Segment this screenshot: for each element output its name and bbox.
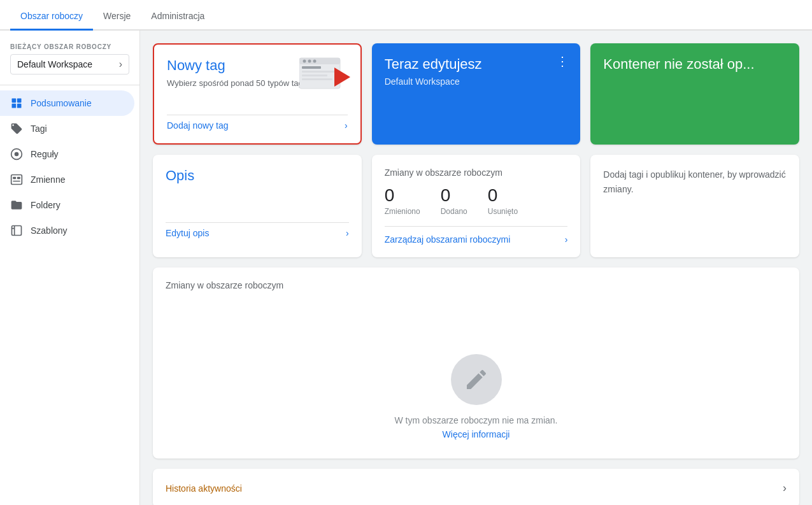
chevron-right-icon: › [119,59,122,70]
chevron-right-icon: › [346,228,349,238]
workspace-changes-card: Zmiany w obszarze roboczym 0 Zmieniono 0… [372,155,581,257]
chevron-right-icon: › [345,120,348,131]
workspace-changes-label: Zmiany w obszarze roboczym [385,167,568,178]
sidebar-divider [0,85,139,85]
added-number: 0 [441,185,467,206]
chevron-right-icon: › [565,234,568,245]
svg-rect-7 [13,177,16,179]
sidebar-item-reguly[interactable]: Reguły [0,141,134,167]
svg-rect-1 [17,99,22,103]
workspace-name: Default Workspace [17,59,92,69]
edit-description-label: Edytuj opis [166,228,209,238]
sidebar-item-label: Foldery [31,200,61,210]
folder-icon [10,199,23,211]
container-desc-card: Dodaj tagi i opublikuj kontener, by wpro… [590,155,799,257]
top-navigation: Obszar roboczy Wersje Administracja [0,0,812,31]
svg-rect-8 [17,177,20,179]
sidebar-item-label: Tagi [31,124,47,134]
changes-section-title: Zmiany w obszarze roboczym [166,280,787,290]
svg-rect-2 [12,104,17,108]
sidebar-item-label: Podsumowanie [31,98,92,108]
tab-administracja[interactable]: Administracja [141,3,215,31]
workspace-selector[interactable]: Default Workspace › [10,54,129,75]
description-title: Opis [166,167,349,184]
container-desc-text: Dodaj tagi i opublikuj kontener, by wpro… [603,167,787,196]
add-tag-label: Dodaj nowy tag [167,120,229,131]
edit-icon [464,367,489,392]
svg-rect-3 [17,104,22,108]
top-cards-row: Nowy tag Wybierz spośród ponad 50 typów … [153,43,799,145]
editing-title: Teraz edytujesz [385,56,568,73]
svg-rect-6 [11,175,22,185]
svg-rect-16 [302,66,321,69]
history-title: Historia aktywności [166,483,242,494]
svg-rect-18 [302,75,327,76]
more-options-icon[interactable]: ⋮ [556,53,570,69]
sidebar-item-label: Szablony [31,225,68,236]
svg-rect-17 [302,71,338,73]
empty-state: W tym obszarze roboczym nie ma zmian. Wi… [153,341,799,459]
sidebar-item-foldery[interactable]: Foldery [0,192,134,218]
workspace-label: BIEŻĄCY OBSZAR ROBOCZY [10,43,129,50]
workspace-section: BIEŻĄCY OBSZAR ROBOCZY Default Workspace… [0,36,139,80]
tab-wersje[interactable]: Wersje [93,3,141,31]
templates-icon [10,224,23,237]
svg-point-14 [308,60,311,63]
container-title: Kontener nie został op... [603,56,787,73]
added-stat: 0 Dodano [441,185,467,216]
main-layout: BIEŻĄCY OBSZAR ROBOCZY Default Workspace… [0,31,812,505]
manage-workspaces-action[interactable]: Zarządzaj obszarami roboczymi › [385,226,568,245]
second-cards-row: Opis Edytuj opis › Zmiany w obszarze rob… [153,155,799,257]
add-tag-action[interactable]: Dodaj nowy tag › [167,115,348,131]
svg-rect-0 [12,99,17,103]
svg-point-13 [303,60,306,63]
summary-icon [10,97,23,110]
removed-stat: 0 Usunięto [488,185,518,216]
variables-icon [10,173,23,186]
empty-icon-circle [451,354,502,405]
edit-description-action[interactable]: Edytuj opis › [166,222,349,238]
removed-number: 0 [488,185,518,206]
svg-rect-10 [12,226,22,236]
content-area: Nowy tag Wybierz spośród ponad 50 typów … [140,31,812,505]
editing-card: Teraz edytujesz Default Workspace ⋮ [372,43,581,145]
tab-obszar-roboczy[interactable]: Obszar roboczy [10,3,93,31]
changes-stats: 0 Zmieniono 0 Dodano 0 Usunięto [385,185,568,216]
changed-number: 0 [385,185,420,206]
tag-illustration [299,55,350,90]
history-card: Historia aktywności › [153,469,799,505]
sidebar-item-label: Reguły [31,149,59,159]
sidebar: BIEŻĄCY OBSZAR ROBOCZY Default Workspace… [0,31,140,505]
removed-label: Usunięto [488,207,518,216]
container-card: Kontener nie został op... [590,43,799,145]
history-chevron-icon: › [783,481,787,495]
sidebar-item-podsumowanie[interactable]: Podsumowanie [0,90,134,116]
svg-rect-9 [13,181,20,182]
manage-workspaces-label: Zarządzaj obszarami roboczymi [385,234,511,245]
new-tag-card: Nowy tag Wybierz spośród ponad 50 typów … [153,43,362,145]
svg-point-15 [313,60,316,63]
history-section[interactable]: Historia aktywności › [153,469,799,505]
sidebar-item-zmienne[interactable]: Zmienne [0,167,134,192]
more-info-link[interactable]: Więcej informacji [443,429,510,439]
tag-icon [10,122,23,135]
sidebar-item-tagi[interactable]: Tagi [0,116,134,141]
workspace-changes-bottom: Zmiany w obszarze roboczym W tym obszarz… [153,267,799,459]
added-label: Dodano [441,207,467,216]
rules-icon [10,148,23,160]
svg-rect-19 [302,78,332,80]
changed-stat: 0 Zmieniono [385,185,420,216]
changed-label: Zmieniono [385,207,420,216]
sidebar-item-label: Zmienne [31,174,65,185]
sidebar-item-szablony[interactable]: Szablony [0,218,134,243]
editing-workspace: Default Workspace [385,76,568,87]
description-card: Opis Edytuj opis › [153,155,362,257]
svg-marker-20 [334,68,350,87]
svg-point-5 [15,152,19,157]
changes-section: Zmiany w obszarze roboczym [153,267,799,341]
empty-text: W tym obszarze roboczym nie ma zmian. [395,415,558,425]
